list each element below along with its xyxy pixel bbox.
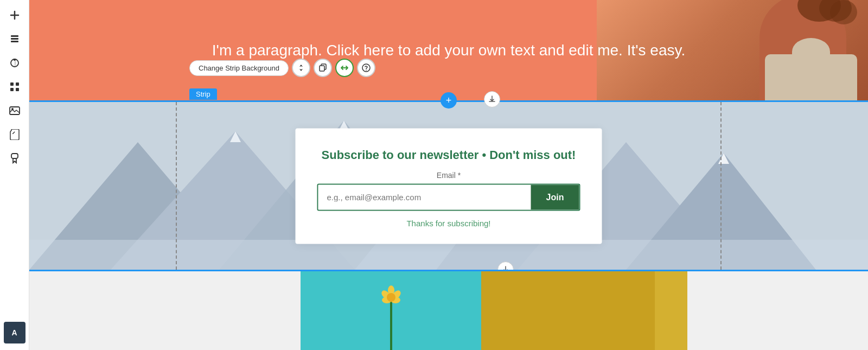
download-button-1[interactable] (484, 91, 500, 107)
newsletter-card: Subscribe to our newsletter • Don't miss… (296, 128, 602, 244)
thanks-text: Thanks for subscribing! (317, 218, 580, 227)
sidebar-item-add[interactable] (4, 4, 25, 26)
sidebar-item-upgrade[interactable]: A (4, 322, 25, 343)
add-section-button[interactable]: + (441, 92, 457, 109)
svg-rect-2 (11, 35, 18, 37)
change-bg-button[interactable]: Change Strip Background (189, 60, 289, 76)
strip-mid: Subscribe to our newsletter • Don't miss… (29, 100, 868, 271)
bottom-yellow-highlight (655, 271, 687, 350)
svg-rect-10 (16, 88, 19, 91)
strip-toolbar: Change Strip Background (189, 59, 375, 77)
email-input-row: Join (317, 183, 580, 211)
flower-head (381, 293, 401, 309)
email-label: Email * (317, 170, 580, 179)
bottom-right-section (687, 271, 868, 350)
sidebar-item-blog[interactable] (4, 124, 25, 145)
svg-point-6 (14, 59, 16, 61)
sidebar: A (0, 0, 29, 350)
paragraph-text[interactable]: I'm a paragraph. Click here to add your … (113, 42, 784, 59)
svg-rect-15 (320, 66, 324, 71)
strip-bottom (29, 271, 868, 350)
guide-line-right (720, 102, 722, 270)
svg-rect-8 (16, 82, 19, 86)
svg-rect-7 (10, 82, 14, 86)
upgrade-icon: A (11, 328, 17, 337)
move-up-down-button[interactable] (292, 59, 310, 77)
svg-rect-31 (29, 240, 868, 270)
join-button[interactable]: Join (531, 184, 579, 209)
svg-point-17 (366, 70, 367, 71)
sidebar-item-pages[interactable] (4, 28, 25, 50)
newsletter-title: Subscribe to our newsletter • Don't miss… (317, 148, 580, 162)
guide-line-left (176, 102, 177, 270)
bottom-yellow-section (481, 271, 687, 350)
sidebar-item-members[interactable] (4, 148, 25, 169)
help-button[interactable] (357, 59, 375, 77)
bottom-cyan-section (301, 271, 481, 350)
svg-point-12 (11, 108, 14, 110)
copy-button[interactable] (314, 59, 332, 77)
svg-rect-13 (11, 154, 18, 158)
bottom-left-section (29, 271, 301, 350)
email-input[interactable] (318, 184, 531, 209)
svg-rect-4 (11, 41, 18, 42)
main-canvas: I'm a paragraph. Click here to add your … (29, 0, 868, 350)
svg-rect-9 (10, 88, 14, 91)
sidebar-item-media[interactable] (4, 100, 25, 122)
svg-rect-3 (11, 38, 18, 40)
strip-top: I'm a paragraph. Click here to add your … (29, 0, 868, 100)
resize-button[interactable] (335, 59, 354, 77)
strip-label: Strip (189, 88, 217, 100)
sidebar-item-design[interactable] (4, 52, 25, 74)
sidebar-item-apps[interactable] (4, 76, 25, 98)
